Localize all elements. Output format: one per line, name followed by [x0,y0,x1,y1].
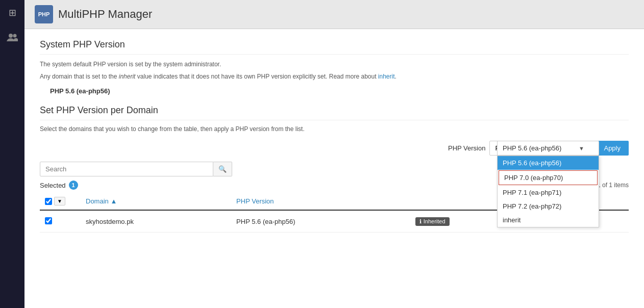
set-php-info: Select the domains that you wish to chan… [40,125,629,133]
header-checkbox-wrapper: ▼ [45,197,76,206]
grid-icon[interactable]: ⊞ [6,4,19,21]
users-icon[interactable] [4,30,21,47]
col-php-version: PHP Version [231,193,410,210]
svg-point-0 [9,34,13,38]
row-check-cell [40,210,81,233]
info-icon: ℹ [419,218,422,225]
select-display[interactable]: PHP 5.6 (ea-php56) ▼ PHP 5.6 (ea-php56) … [497,141,599,156]
content-area: System PHP Version The system default PH… [24,29,644,243]
selected-count-badge: 1 [69,181,78,190]
dropdown-item-php72[interactable]: PHP 7.2 (ea-php72) [498,199,599,213]
selected-label: Selected [40,182,66,189]
php-version-row: PHP Version PHP 5.6 (ea-php56) PHP 7.0 (… [40,141,629,156]
sidebar: ⊞ [0,0,24,308]
row-domain: skyhostdemo.pk [86,218,134,225]
row-php-version-cell: PHP 5.6 (ea-php56) [231,210,410,233]
search-input[interactable] [40,162,213,176]
info-line1: The system default PHP version is set by… [40,60,629,69]
dropdown-item-inherit[interactable]: inherit [498,213,599,227]
select-box[interactable]: PHP 5.6 (ea-php56) ▼ [497,141,599,156]
chevron-down-icon: ▼ [579,145,584,151]
php-version-header: PHP Version [236,197,274,205]
row-domain-cell: skyhostdemo.pk [81,210,231,233]
dropdown-item-php56[interactable]: PHP 5.6 (ea-php56) [498,156,599,170]
php-icon: PHP [35,5,53,23]
set-php-title: Set PHP Version per Domain [40,105,629,120]
inherited-badge: ℹ Inherited [415,217,450,226]
apply-button[interactable]: Apply [596,141,629,156]
dropdown-item-php71[interactable]: PHP 7.1 (ea-php71) [498,186,599,199]
info-line2: Any domain that is set to the inherit va… [40,72,629,81]
php-version-label: PHP Version [448,144,485,152]
main-content: PHP MultiPHP Manager System PHP Version … [24,0,644,308]
domain-header: Domain ▲ [86,197,117,205]
inherited-label: Inherited [424,218,445,224]
php-dropdown-open: PHP 5.6 (ea-php56) ▼ PHP 5.6 (ea-php56) … [497,141,599,156]
row-php-version: PHP 5.6 (ea-php56) [236,218,295,225]
dropdown-item-php70[interactable]: PHP 7.0 (ea-php70) [499,170,598,185]
select-all-checkbox[interactable] [45,198,52,205]
current-php-version: PHP 5.6 (ea-php56) [50,87,629,95]
header-bar: PHP MultiPHP Manager [24,0,644,29]
system-php-title: System PHP Version [40,39,629,55]
dropdown-menu: PHP 5.6 (ea-php56) PHP 7.0 (ea-php70) PH… [497,156,599,227]
row-checkbox[interactable] [45,217,52,224]
items-count: 1 of 1 items [597,182,629,189]
checkbox-dropdown-btn[interactable]: ▼ [54,197,65,206]
col-domain: Domain ▲ [81,193,231,210]
page-title: MultiPHP Manager [58,8,152,21]
inherit-link[interactable]: inherit [378,73,395,80]
svg-point-1 [13,34,17,38]
search-button[interactable]: 🔍 [213,162,232,176]
col-check: ▼ [40,193,81,210]
